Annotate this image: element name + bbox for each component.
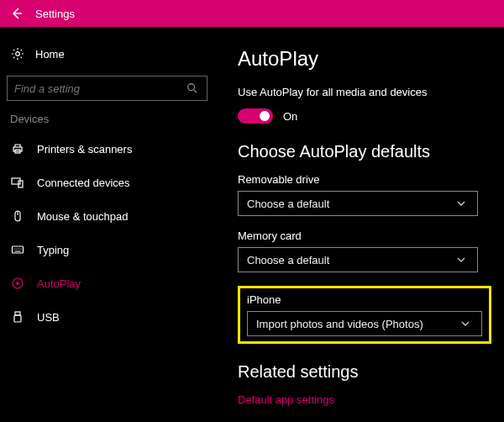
defaults-heading: Choose AutoPlay defaults xyxy=(238,142,496,161)
chevron-down-icon xyxy=(458,316,473,331)
titlebar: Settings xyxy=(0,0,504,27)
sidebar-home[interactable]: Home xyxy=(7,42,207,66)
sidebar-item-mouse[interactable]: Mouse & touchpad xyxy=(7,199,207,233)
sidebar-home-label: Home xyxy=(35,48,65,61)
nav-label: Connected devices xyxy=(37,177,130,189)
related-heading: Related settings xyxy=(238,362,496,382)
search-input[interactable] xyxy=(14,82,185,95)
nav-label: Mouse & touchpad xyxy=(37,210,128,223)
nav-label: AutoPlay xyxy=(37,277,81,290)
combo-value: Choose a default xyxy=(247,198,329,210)
sidebar-item-usb[interactable]: USB xyxy=(7,300,207,334)
toggle-state-label: On xyxy=(283,110,297,123)
svg-rect-7 xyxy=(13,246,24,253)
nav-label: Typing xyxy=(37,244,69,256)
sidebar-item-printers[interactable]: Printers & scanners xyxy=(7,132,207,166)
svg-point-1 xyxy=(188,84,195,91)
search-icon xyxy=(185,81,200,96)
autoplay-toggle[interactable] xyxy=(238,108,273,124)
memory-card-select[interactable]: Choose a default xyxy=(238,247,478,272)
nav-label: Printers & scanners xyxy=(37,143,132,156)
content-pane: AutoPlay Use AutoPlay for all media and … xyxy=(214,27,504,422)
toggle-description: Use AutoPlay for all media and devices xyxy=(238,86,496,98)
removable-drive-label: Removable drive xyxy=(238,173,496,186)
back-arrow-icon xyxy=(9,6,24,21)
memory-card-label: Memory card xyxy=(238,229,496,242)
gear-icon xyxy=(10,46,25,61)
nav-label: USB xyxy=(37,311,60,324)
sidebar-item-autoplay[interactable]: AutoPlay xyxy=(7,266,207,300)
combo-value: Choose a default xyxy=(247,254,329,266)
keyboard-icon xyxy=(10,242,25,257)
chevron-down-icon xyxy=(454,252,469,267)
iphone-highlight-box: iPhone Import photos and videos (Photos) xyxy=(238,286,491,344)
sidebar: Home Devices Printers & scanners xyxy=(0,27,214,422)
sidebar-item-connected-devices[interactable]: Connected devices xyxy=(7,166,207,199)
svg-rect-9 xyxy=(15,312,20,315)
removable-drive-select[interactable]: Choose a default xyxy=(238,191,478,216)
search-input-wrap[interactable] xyxy=(7,76,207,101)
autoplay-icon xyxy=(10,276,25,291)
sidebar-item-typing[interactable]: Typing xyxy=(7,233,207,266)
combo-value: Import photos and videos (Photos) xyxy=(256,318,423,330)
mouse-icon xyxy=(10,208,25,224)
back-button[interactable] xyxy=(5,2,29,25)
devices-icon xyxy=(10,175,25,190)
page-title: AutoPlay xyxy=(238,47,496,71)
chevron-down-icon xyxy=(454,196,469,211)
printer-icon xyxy=(10,141,25,156)
iphone-label: iPhone xyxy=(247,293,482,306)
sidebar-category-label: Devices xyxy=(10,113,207,125)
window-title: Settings xyxy=(35,8,75,20)
svg-rect-10 xyxy=(14,315,21,322)
default-app-settings-link[interactable]: Default app settings xyxy=(238,393,496,406)
svg-point-0 xyxy=(16,52,20,56)
usb-icon xyxy=(10,309,25,324)
iphone-select[interactable]: Import photos and videos (Photos) xyxy=(247,311,482,336)
